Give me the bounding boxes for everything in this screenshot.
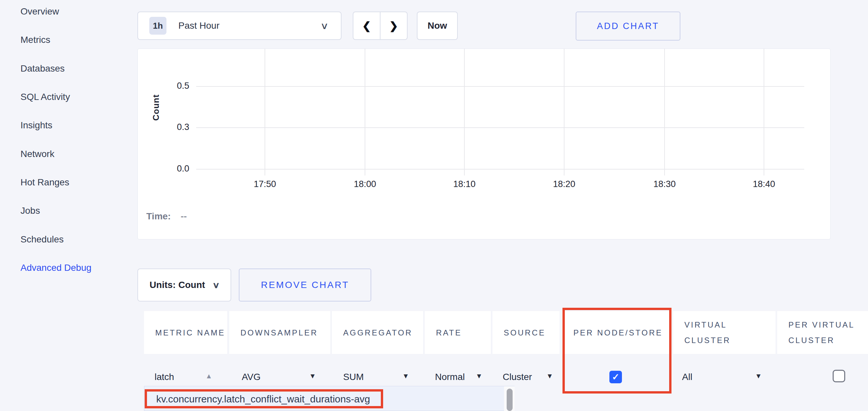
column-header-virtual-cluster: VIRTUAL CLUSTER: [673, 311, 776, 354]
caret-down-icon[interactable]: ▼: [309, 372, 316, 380]
sidebar-item-overview[interactable]: Overview: [21, 0, 120, 26]
units-select-label: Units: Count: [150, 280, 205, 290]
time-readout-label: Time:: [146, 211, 171, 221]
column-header-per-virtual-cluster: PER VIRTUAL CLUSTER: [777, 311, 868, 354]
gridline-horizontal: [196, 169, 804, 170]
column-header-rate: RATE: [425, 311, 491, 354]
hover-time-readout: Time: --: [146, 211, 187, 222]
column-header-downsampler: DOWNSAMPLER: [229, 311, 330, 354]
sidebar-item-jobs[interactable]: Jobs: [21, 197, 120, 225]
add-chart-button[interactable]: ADD CHART: [576, 11, 680, 41]
time-range-badge: 1h: [149, 17, 166, 35]
gridline-vertical: [365, 49, 365, 175]
gridline-horizontal: [196, 86, 804, 87]
annotation-box-suggestion: [145, 389, 383, 408]
metric-name-input[interactable]: latch: [155, 370, 174, 384]
caret-down-icon[interactable]: ▼: [402, 372, 409, 380]
chevron-left-icon: ❮: [362, 20, 371, 32]
chart-panel: Count 0.5 0.3 0.0 17:50 18:00 18:10 18:2…: [137, 48, 831, 239]
rate-select[interactable]: Normal: [435, 370, 465, 384]
caret-down-icon[interactable]: ▼: [755, 372, 762, 380]
x-tick-1810: 18:10: [441, 179, 488, 189]
gridline-vertical: [265, 49, 265, 175]
time-readout-value: --: [181, 211, 187, 221]
x-tick-1820: 18:20: [541, 179, 587, 189]
column-header-source: SOURCE: [492, 311, 559, 354]
chevron-down-icon: ∨: [212, 280, 220, 290]
now-button[interactable]: Now: [417, 11, 458, 40]
x-tick-1840: 18:40: [741, 179, 787, 189]
gridline-horizontal: [196, 127, 804, 128]
time-back-button[interactable]: ❮: [353, 11, 380, 40]
y-axis-label: Count: [151, 94, 161, 121]
sidebar-nav: Overview Metrics Databases SQL Activity …: [21, 0, 120, 282]
units-select[interactable]: Units: Count ∨: [137, 269, 231, 302]
sidebar-item-network[interactable]: Network: [21, 140, 120, 168]
virtual-cluster-select[interactable]: All: [682, 370, 692, 384]
sidebar-item-sql-activity[interactable]: SQL Activity: [21, 83, 120, 111]
y-tick-0.3: 0.3: [153, 122, 189, 132]
chevron-right-icon: ❯: [390, 20, 398, 32]
x-tick-1830: 18:30: [642, 179, 688, 189]
caret-down-icon[interactable]: ▼: [546, 372, 553, 380]
gridline-vertical: [664, 49, 665, 175]
custom-chart-debug-page: Overview Metrics Databases SQL Activity …: [0, 0, 868, 411]
column-header-metric-name: METRIC NAME: [144, 311, 227, 354]
sidebar-item-schedules[interactable]: Schedules: [21, 225, 120, 253]
y-tick-0.0: 0.0: [153, 164, 189, 174]
downsampler-select[interactable]: AVG: [242, 370, 260, 384]
y-tick-0.5: 0.5: [153, 81, 189, 91]
dropdown-scrollbar-thumb[interactable]: [507, 388, 513, 411]
aggregator-select[interactable]: SUM: [343, 370, 364, 384]
gridline-vertical: [564, 49, 564, 175]
time-forward-button[interactable]: ❯: [380, 11, 408, 40]
caret-down-icon[interactable]: ▼: [476, 372, 483, 380]
source-select[interactable]: Cluster: [503, 370, 532, 384]
caret-up-icon[interactable]: ▲: [206, 372, 212, 380]
sidebar-item-hot-ranges[interactable]: Hot Ranges: [21, 168, 120, 197]
sidebar-item-metrics[interactable]: Metrics: [21, 26, 120, 54]
x-tick-1800: 18:00: [342, 179, 388, 189]
remove-chart-button[interactable]: REMOVE CHART: [239, 269, 371, 302]
x-tick-1750: 17:50: [242, 179, 288, 189]
column-header-aggregator: AGGREGATOR: [332, 311, 423, 354]
gridline-vertical: [764, 49, 764, 175]
time-range-select[interactable]: 1h Past Hour ∨: [137, 11, 342, 40]
sidebar-item-insights[interactable]: Insights: [21, 111, 120, 140]
annotation-box-per-node-store: [562, 308, 672, 393]
per-virtual-cluster-checkbox[interactable]: [833, 370, 845, 382]
sidebar-item-databases[interactable]: Databases: [21, 55, 120, 83]
chevron-down-icon: ∨: [320, 21, 329, 31]
sidebar-item-advanced-debug[interactable]: Advanced Debug: [21, 254, 120, 282]
gridline-vertical: [464, 49, 465, 175]
time-range-label: Past Hour: [178, 21, 220, 31]
time-step-buttons: ❮ ❯: [353, 11, 408, 40]
